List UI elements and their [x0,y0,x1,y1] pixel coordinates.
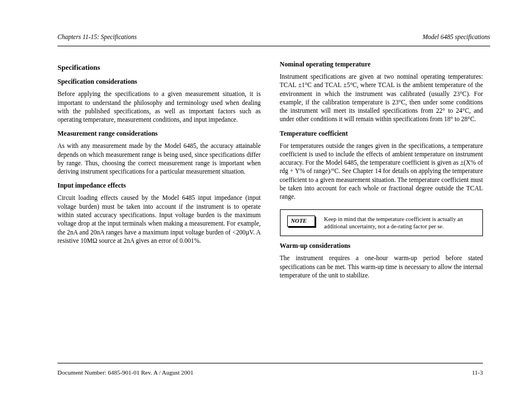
right-column: Nominal operating temperature Instrument… [280,55,483,285]
note-body: Keep in mind that the temperature coeffi… [324,215,476,231]
subsection-heading-spec-considerations: Specification considerations [57,78,261,87]
left-column: Specifications Specification considerati… [57,55,261,285]
paragraph: The instrument requires a one-hour warm-… [280,254,483,280]
paragraph: Before applying the specifications to a … [57,90,261,124]
paragraph: As with any measurement made by the Mode… [57,142,261,176]
paragraph: For temperatures outside the ranges give… [280,142,483,202]
header-right: Model 6485 specifications [423,33,490,40]
subsection-heading-warmup: Warm-up considerations [280,242,483,251]
subsection-heading-temp-coef: Temperature coefficient [280,130,483,138]
note-label: NOTE [287,215,316,227]
note-box: NOTE Keep in mind that the temperature c… [280,209,483,237]
page-number: 11-3 [472,369,483,376]
subsection-heading-range: Measurement range considerations [57,130,261,138]
subsection-heading-input-impedance: Input impedance effects [57,181,261,190]
footer-left: Document Number: 6485-901-01 Rev. A / Au… [57,369,194,376]
paragraph: Circuit loading effects caused by the Mo… [57,194,261,245]
paragraph: Instrument specifications are given at t… [280,73,483,124]
header-left: Chapters 11-15: Specifications [57,33,137,40]
section-heading-specifications: Specifications [57,63,261,72]
subsection-heading-nominal-temp: Nominal operating temperature [280,60,483,69]
